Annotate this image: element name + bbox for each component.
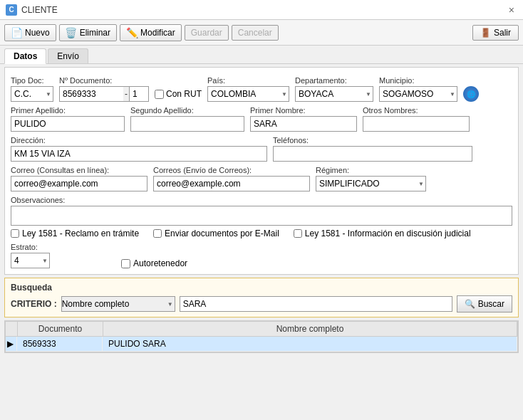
nro-documento-group: Nº Documento: - [59,76,149,102]
modificar-label: Modificar [140,28,175,38]
search-row: CRITERIO : Nombre completo Documento NIT… [11,295,512,313]
segundo-apellido-input[interactable] [130,116,244,132]
enviar-docs-item: Enviar documentos por E-Mail [153,229,279,238]
row-direccion: Dirección: Teléfonos: [11,136,512,162]
criteria-select[interactable]: Nombre completo Documento NIT [61,296,175,312]
tipo-doc-label: Tipo Doc: [11,76,53,85]
modificar-button[interactable]: ✏️ Modificar [120,24,182,41]
regimen-label: Régimen: [316,166,426,174]
enviar-docs-checkbox[interactable] [153,229,162,238]
nuevo-button[interactable]: 📄 Nuevo [4,24,56,41]
estrato-select[interactable]: 4 [11,253,50,268]
departamento-group: Departamento: BOYACA [295,76,373,102]
tipo-doc-select[interactable]: C.C. [11,86,53,102]
direccion-input[interactable] [11,146,267,162]
row-correos: Correo (Consultas en línea): Correos (En… [11,166,512,191]
observaciones-group: Observaciones: [11,196,512,226]
dv-input[interactable] [129,86,149,102]
observaciones-label: Observaciones: [11,196,512,204]
search-input[interactable] [180,296,452,312]
correos-envio-label: Correos (Envío de Correos): [153,166,310,174]
regimen-select[interactable]: SIMPLIFICADO [316,176,426,191]
telefonos-label: Teléfonos: [273,136,472,145]
ley1581-judicial-label: Ley 1581 - Información en discusión judi… [305,229,471,238]
toolbar: 📄 Nuevo 🗑️ Eliminar ✏️ Modificar Guardar… [0,20,523,46]
ley1581-label: Ley 1581 - Reclamo en trámite [22,229,139,238]
primer-apellido-input[interactable] [11,116,125,132]
cancelar-label: Cancelar [238,28,272,38]
ley1581-checkbox[interactable] [11,229,19,238]
eliminar-icon: 🗑️ [66,27,77,38]
primer-nombre-input[interactable] [250,116,357,132]
primer-apellido-group: Primer Apellido: [11,106,125,132]
autoretenedor-checkbox[interactable] [121,259,130,268]
departamento-select-wrap: BOYACA [295,86,373,102]
municipio-select-wrap: SOGAMOSO [379,86,457,102]
results-header: Documento Nombre completo [5,321,518,336]
salir-label: Salir [494,28,511,38]
autoretenedor-group: Autoretenedor [121,258,187,268]
correo-input[interactable] [11,176,147,191]
estrato-label: Estrato: [11,243,50,251]
con-rut-group: Con RUT [155,86,202,102]
pais-select-wrap: COLOMBIA [207,86,289,102]
close-button[interactable]: × [506,4,517,16]
nuevo-icon: 📄 [11,27,22,38]
otros-nombres-label: Otros Nombres: [363,106,470,115]
ley1581-judicial-checkbox[interactable] [294,229,302,238]
nro-documento-label: Nº Documento: [59,76,149,85]
cancelar-button[interactable]: Cancelar [232,25,279,41]
criteria-label: CRITERIO : [11,299,57,309]
eliminar-label: Eliminar [80,28,110,38]
eliminar-button[interactable]: 🗑️ Eliminar [59,24,117,41]
table-row[interactable]: ▶ 8569333 PULIDO SARA [6,337,517,352]
tipo-doc-group: Tipo Doc: C.C. [11,76,53,102]
row-indicator: ▶ [6,337,17,351]
globe-button[interactable]: 🌐 [463,86,479,102]
regimen-group: Régimen: SIMPLIFICADO [316,166,426,191]
buscar-icon: 🔍 [465,299,475,309]
estrato-row: Estrato: 4 Autoretenedor [11,243,512,268]
pais-select[interactable]: COLOMBIA [207,86,289,102]
results-container: Documento Nombre completo ▶ 8569333 PULI… [4,320,519,353]
con-rut-checkbox[interactable] [155,90,164,99]
estrato-select-wrap: 4 [11,253,50,268]
municipio-group: Municipio: SOGAMOSO [379,76,457,102]
dash-separator: - [123,86,129,102]
departamento-label: Departamento: [295,76,373,85]
correos-envio-group: Correos (Envío de Correos): [153,166,310,191]
row-names: Primer Apellido: Segundo Apellido: Prime… [11,106,512,132]
nro-documento-input[interactable] [59,86,123,102]
con-rut-label: Con RUT [155,86,202,102]
title-bar: C CLIENTE × [0,0,523,20]
tab-envio[interactable]: Envío [48,48,88,63]
otros-nombres-input[interactable] [363,116,470,132]
enviar-docs-label: Enviar documentos por E-Mail [165,229,279,238]
nuevo-label: Nuevo [25,28,50,38]
tab-datos[interactable]: Datos [4,48,46,64]
row-doc-info: Tipo Doc: C.C. Nº Documento: - Con RUT P… [11,73,512,102]
checkbox-row: Ley 1581 - Reclamo en trámite Enviar doc… [11,229,512,238]
direccion-label: Dirección: [11,136,267,145]
tipo-doc-select-wrap: C.C. [11,86,53,102]
results-body: ▶ 8569333 PULIDO SARA [5,336,518,352]
salir-button[interactable]: 🚪 Salir [472,25,519,41]
departamento-select[interactable]: BOYACA [295,86,373,102]
ley1581-judicial-item: Ley 1581 - Información en discusión judi… [294,229,471,238]
correo-label: Correo (Consultas en línea): [11,166,147,174]
municipio-label: Municipio: [379,76,457,85]
name-col-header: Nombre completo [103,322,517,336]
window-title: CLIENTE [21,5,58,15]
observaciones-textarea[interactable] [11,206,512,226]
app-icon: C [6,4,17,16]
regimen-select-wrap: SIMPLIFICADO [316,176,426,191]
guardar-label: Guardar [191,28,222,38]
direccion-group: Dirección: [11,136,267,162]
correos-envio-input[interactable] [153,176,310,191]
telefonos-input[interactable] [273,146,472,162]
buscar-button[interactable]: 🔍 Buscar [457,295,512,313]
segundo-apellido-label: Segundo Apellido: [130,106,244,115]
municipio-select[interactable]: SOGAMOSO [379,86,457,102]
salir-icon: 🚪 [480,28,491,38]
guardar-button[interactable]: Guardar [185,25,229,41]
